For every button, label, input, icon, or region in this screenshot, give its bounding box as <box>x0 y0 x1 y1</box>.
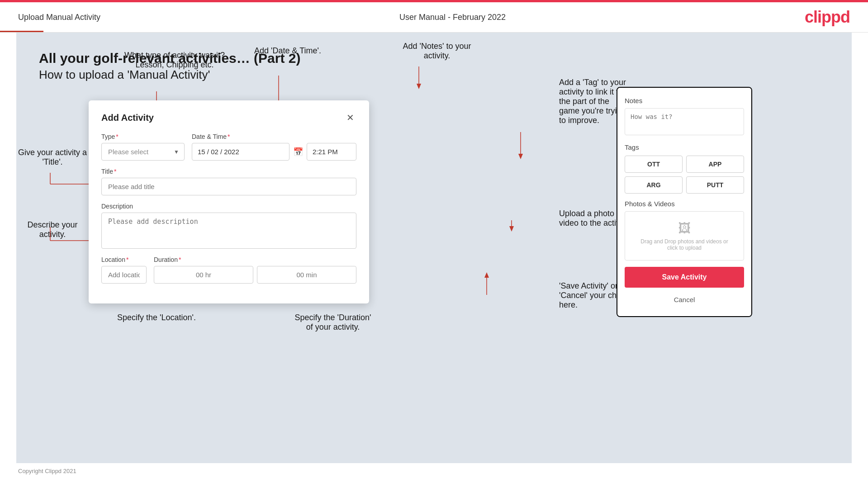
form-group-type: Type* Please select <box>101 133 185 161</box>
location-label: Location* <box>101 256 147 263</box>
add-activity-dialog: Add Activity ✕ Type* Please select Date … <box>89 100 369 303</box>
upload-icon: 🖼 <box>630 221 739 236</box>
duration-label: Duration* <box>154 256 356 263</box>
save-activity-button[interactable]: Save Activity <box>625 267 744 288</box>
notes-input[interactable] <box>625 108 744 135</box>
duration-min-input[interactable] <box>257 266 356 284</box>
main-content: All your golf-relevant activities… (Part… <box>16 33 852 463</box>
duration-row <box>154 266 356 284</box>
tags-grid: OTT APP ARG PUTT <box>625 156 744 194</box>
tags-section-label: Tags <box>625 143 744 151</box>
tag-arg[interactable]: ARG <box>625 176 683 194</box>
form-group-location: Location* <box>101 256 147 284</box>
main-subheading: How to upload a 'Manual Activity' <box>39 68 829 82</box>
svg-marker-21 <box>518 154 523 159</box>
logo: clippd <box>805 8 850 27</box>
type-select-wrapper: Please select <box>101 143 185 161</box>
form-row-type-datetime: Type* Please select Date & Time* 📅 <box>101 133 356 161</box>
dialog-header: Add Activity ✕ <box>101 111 356 124</box>
form-group-description: Description <box>101 203 356 249</box>
datetime-label: Date & Time* <box>192 133 356 140</box>
type-label: Type* <box>101 133 185 140</box>
annotation-notes: Add 'Notes' to your activity. <box>378 42 496 61</box>
date-input[interactable] <box>192 143 289 161</box>
annotation-describe: Describe your activity. <box>12 220 93 239</box>
form-group-title: Title* <box>101 168 356 195</box>
location-input[interactable] <box>101 266 147 284</box>
copyright: Copyright Clippd 2021 <box>18 468 76 474</box>
title-input[interactable] <box>101 178 356 195</box>
calendar-icon[interactable]: 📅 <box>293 147 303 157</box>
dialog-title: Add Activity <box>101 113 154 123</box>
tag-putt[interactable]: PUTT <box>686 176 744 194</box>
annotation-duration: Specify the 'Duration' of your activity. <box>270 313 396 332</box>
upload-text: Drag and Drop photos and videos or click… <box>630 238 739 251</box>
top-bar: Upload Manual Activity User Manual - Feb… <box>0 2 868 33</box>
annotation-datetime: Add 'Date & Time'. <box>238 46 337 56</box>
phone-inner: Notes Tags OTT APP ARG PUTT Photos & Vid… <box>617 88 751 316</box>
time-input[interactable] <box>307 143 356 161</box>
page-title: Upload Manual Activity <box>18 13 100 22</box>
photos-section-label: Photos & Videos <box>625 200 744 208</box>
notes-section-label: Notes <box>625 97 744 104</box>
form-row-location-duration: Location* Duration* <box>101 256 356 284</box>
upload-area[interactable]: 🖼 Drag and Drop photos and videos or cli… <box>625 211 744 261</box>
form-group-duration: Duration* <box>154 256 356 284</box>
tag-ott[interactable]: OTT <box>625 156 683 173</box>
cancel-button[interactable]: Cancel <box>625 292 744 307</box>
page-subtitle: User Manual - February 2022 <box>399 13 506 22</box>
footer: Copyright Clippd 2021 <box>0 463 868 479</box>
svg-marker-23 <box>509 226 514 232</box>
description-label: Description <box>101 203 356 210</box>
svg-marker-26 <box>484 272 489 278</box>
close-dialog-button[interactable]: ✕ <box>344 111 356 124</box>
type-select[interactable]: Please select <box>101 143 185 161</box>
duration-hr-input[interactable] <box>154 266 253 284</box>
tag-app[interactable]: APP <box>686 156 744 173</box>
phone-panel: Notes Tags OTT APP ARG PUTT Photos & Vid… <box>617 87 752 317</box>
form-group-datetime: Date & Time* 📅 <box>192 133 356 161</box>
date-time-group: 📅 <box>192 143 356 161</box>
title-field-label: Title* <box>101 168 356 175</box>
description-input[interactable] <box>101 213 356 249</box>
annotation-type: What type of activity was it? Lesson, Ch… <box>116 51 233 70</box>
annotation-title: Give your activity a 'Title'. <box>7 148 98 167</box>
svg-marker-19 <box>417 84 421 89</box>
annotation-location: Specify the 'Location'. <box>107 313 206 322</box>
